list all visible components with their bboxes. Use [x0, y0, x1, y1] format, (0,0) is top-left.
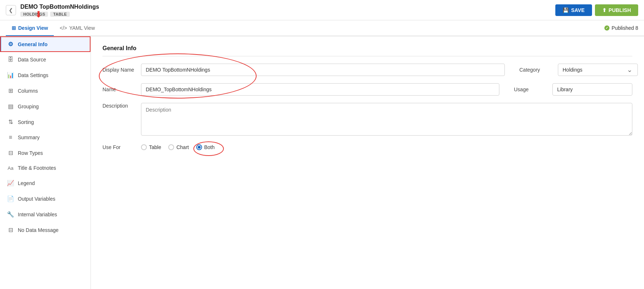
display-name-label: Display Name [102, 67, 135, 73]
sidebar-label-legend: Legend [18, 180, 35, 186]
name-usage-row: Name Usage [102, 83, 632, 96]
radio-both-circle [196, 144, 202, 150]
save-label: SAVE [571, 7, 584, 13]
sidebar-label-data-settings: Data Settings [18, 72, 48, 78]
section-title: General Info [102, 45, 632, 56]
sidebar-label-data-source: Data Source [18, 57, 46, 63]
main-layout: ⚙ General Info 🗄 Data Source 📊 Data Sett… [0, 36, 644, 289]
title-footnotes-icon: Aa [7, 165, 14, 171]
display-name-input[interactable] [141, 64, 505, 76]
description-textarea[interactable] [141, 103, 632, 136]
yaml-view-icon: </> [60, 25, 67, 31]
display-name-category-row: Display Name Category Holdings ⌄ [102, 64, 632, 76]
description-label: Description [102, 103, 135, 109]
general-info-icon: ⚙ [7, 41, 14, 48]
sidebar-item-internal-variables[interactable]: 🔧 Internal Variables [0, 206, 90, 222]
sidebar-label-columns: Columns [18, 88, 38, 94]
back-icon: ❮ [9, 7, 13, 13]
sidebar-item-output-variables[interactable]: 📄 Output Variables [0, 191, 90, 206]
data-settings-icon: 📊 [7, 72, 14, 79]
sidebar-item-grouping[interactable]: ▤ Grouping [0, 99, 90, 114]
sidebar-item-data-settings[interactable]: 📊 Data Settings [0, 67, 90, 83]
sidebar-item-general-info[interactable]: ⚙ General Info [0, 36, 90, 52]
radio-table-label: Table [149, 144, 161, 150]
sidebar-label-no-data-message: No Data Message [18, 227, 59, 233]
name-label: Name [102, 87, 135, 92]
published-label: Published 8 [612, 25, 638, 31]
category-select[interactable]: Holdings [558, 64, 638, 76]
use-for-row: Use For Table Chart Both [102, 144, 632, 150]
sorting-icon: ⇅ [7, 119, 14, 125]
radio-chart[interactable]: Chart [168, 144, 189, 150]
sidebar-item-summary[interactable]: ≡ Summary [0, 130, 90, 145]
row-types-icon: ⊟ [7, 149, 14, 156]
columns-icon: ⊞ [7, 87, 14, 94]
sidebar-label-general-info: General Info [18, 41, 48, 47]
radio-table[interactable]: Table [141, 144, 161, 150]
published-badge: Published 8 [604, 25, 638, 31]
data-source-icon: 🗄 [7, 56, 14, 63]
page-title: DEMO TopBottomNHoldings [20, 4, 551, 10]
breadcrumb-table: TABLE [50, 12, 69, 17]
category-select-wrapper: Holdings ⌄ [558, 64, 632, 76]
save-button[interactable]: 💾 SAVE [555, 4, 592, 16]
publish-icon: ⬆ [602, 7, 607, 13]
red-arrow-annotation: ⬇ [35, 10, 42, 19]
radio-both-label: Both [204, 144, 215, 150]
sidebar-label-internal-variables: Internal Variables [18, 212, 57, 217]
sidebar-label-summary: Summary [18, 135, 40, 140]
summary-icon: ≡ [7, 134, 14, 141]
grouping-icon: ▤ [7, 103, 14, 110]
sidebar-item-row-types[interactable]: ⊟ Row Types [0, 145, 90, 161]
sub-header: ⬇ ⊞ Design View </> YAML View Published … [0, 20, 644, 36]
use-for-radio-group: Table Chart Both [141, 144, 215, 150]
display-name-group: Display Name [102, 64, 505, 76]
save-icon: 💾 [563, 7, 569, 13]
category-label: Category [519, 67, 552, 73]
usage-label: Usage [514, 87, 547, 92]
back-button[interactable]: ❮ [6, 5, 16, 15]
sidebar-label-sorting: Sorting [18, 119, 34, 125]
sidebar-label-grouping: Grouping [18, 104, 39, 109]
radio-chart-label: Chart [176, 144, 189, 150]
publish-button[interactable]: ⬆ PUBLISH [595, 4, 638, 16]
published-dot-icon [604, 25, 609, 31]
sidebar-label-row-types: Row Types [18, 150, 43, 156]
breadcrumbs: HOLDINGS TABLE [20, 12, 551, 17]
tab-design-view[interactable]: ⊞ Design View [6, 21, 54, 36]
sidebar-item-sorting[interactable]: ⇅ Sorting [0, 114, 90, 130]
sidebar-item-title-footnotes[interactable]: Aa Title & Footnotes [0, 161, 90, 175]
no-data-message-icon: ⊟ [7, 226, 14, 233]
content-area: General Info Display Name Category Holdi… [91, 36, 644, 289]
header-title-section: DEMO TopBottomNHoldings HOLDINGS TABLE [20, 4, 551, 17]
name-group: Name [102, 83, 499, 96]
internal-variables-icon: 🔧 [7, 211, 14, 218]
use-for-label: Use For [102, 144, 135, 150]
sidebar-label-output-variables: Output Variables [18, 196, 55, 202]
design-view-icon: ⊞ [12, 25, 16, 31]
sidebar-item-no-data-message[interactable]: ⊟ No Data Message [0, 222, 90, 238]
radio-table-circle [141, 144, 147, 150]
tab-yaml-view[interactable]: </> YAML View [54, 21, 101, 36]
top-header: ❮ DEMO TopBottomNHoldings HOLDINGS TABLE… [0, 0, 644, 20]
usage-group: Usage [514, 83, 632, 96]
radio-chart-circle [168, 144, 174, 150]
category-group: Category Holdings ⌄ [519, 64, 632, 76]
description-row: Description [102, 103, 632, 136]
sidebar: ⚙ General Info 🗄 Data Source 📊 Data Sett… [0, 36, 91, 289]
output-variables-icon: 📄 [7, 195, 14, 202]
usage-input[interactable] [552, 83, 632, 96]
sidebar-label-title-footnotes: Title & Footnotes [18, 165, 56, 171]
legend-icon: 📈 [7, 180, 14, 186]
sidebar-item-columns[interactable]: ⊞ Columns [0, 83, 90, 99]
header-actions: 💾 SAVE ⬆ PUBLISH [555, 4, 638, 16]
radio-both-wrapper[interactable]: Both [196, 144, 215, 150]
yaml-view-label: YAML View [69, 25, 95, 31]
name-input[interactable] [141, 83, 499, 96]
publish-label: PUBLISH [609, 7, 631, 13]
design-view-label: Design View [18, 25, 48, 31]
breadcrumb-holdings: HOLDINGS [20, 12, 48, 17]
sidebar-item-legend[interactable]: 📈 Legend [0, 175, 90, 191]
sidebar-item-data-source[interactable]: 🗄 Data Source [0, 52, 90, 67]
